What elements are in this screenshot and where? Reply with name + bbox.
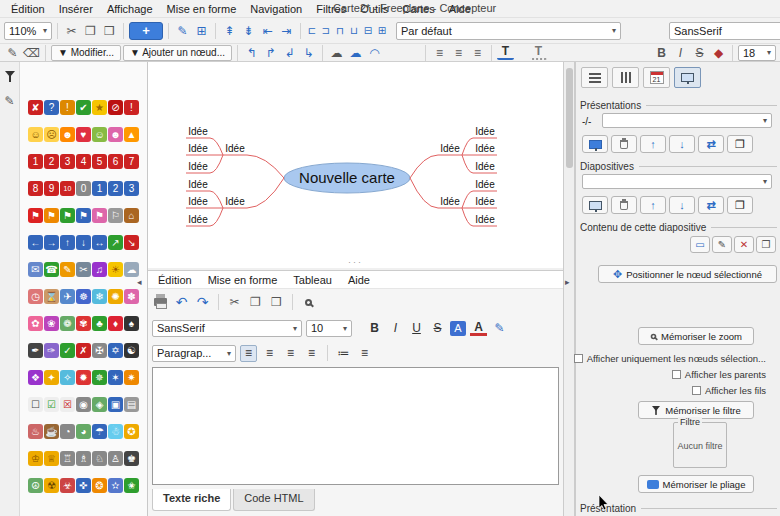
leaf-node-label[interactable]: Idée (475, 196, 495, 207)
palette-icon[interactable]: ♠ (124, 316, 139, 331)
swap-presentation-button[interactable]: ⇄ (698, 135, 724, 153)
move-presentation-down-button[interactable]: ↓ (669, 135, 695, 153)
palette-icon[interactable]: ✷ (124, 370, 139, 385)
memorize-fold-button[interactable]: Mémoriser le pliage (638, 475, 754, 493)
leaf-node-label[interactable]: Idée (188, 143, 208, 154)
palette-icon[interactable]: ✦ (44, 370, 59, 385)
cloud-blue-icon[interactable]: ☁ (347, 44, 364, 62)
position-node-button[interactable]: ✥ Positionner le nœud sélectionné (598, 265, 777, 283)
branch-up-right-icon[interactable]: ↱ (262, 44, 279, 62)
palette-icon[interactable]: ← (28, 235, 43, 250)
palette-icon[interactable]: ✾ (76, 316, 91, 331)
palette-icon[interactable]: ✓ (60, 343, 75, 358)
leaf-node-label[interactable]: Idée (188, 179, 208, 190)
tab-properties[interactable] (581, 67, 608, 88)
palette-icon[interactable]: ✗ (76, 343, 91, 358)
palette-icon[interactable]: ? (44, 100, 59, 115)
palette-icon[interactable]: ◔ (60, 424, 75, 439)
move-presentation-up-button[interactable]: ↑ (640, 135, 666, 153)
note-highlight-icon[interactable]: A (450, 321, 466, 336)
bullet-list-icon[interactable]: ≔ (335, 345, 352, 362)
palette-icon[interactable]: ☸ (76, 289, 91, 304)
palette-icon[interactable]: ⚑ (76, 208, 91, 223)
note-font-family-select[interactable]: SansSerif ▾ (152, 320, 302, 337)
collapse-left-panel-button[interactable]: ◂ (137, 278, 142, 287)
tab-texte-riche[interactable]: Texte riche (152, 489, 231, 511)
undo-icon[interactable]: ↶ (173, 293, 190, 311)
font-color-icon[interactable]: ◆ (710, 44, 727, 62)
format-painter-icon[interactable]: ✎ (4, 44, 21, 62)
palette-icon[interactable]: ⚑ (44, 208, 59, 223)
palette-icon[interactable]: ♗ (76, 451, 91, 466)
palette-icon[interactable]: 2 (108, 181, 123, 196)
palette-icon[interactable]: ✺ (108, 289, 123, 304)
layout-right-icon[interactable]: ⊐ (320, 22, 332, 40)
node-style-select[interactable]: Par défaut ▾ (396, 22, 621, 40)
leaf-node-label[interactable]: Idée (475, 214, 495, 225)
palette-icon[interactable]: ✒ (28, 343, 43, 358)
search-button[interactable] (300, 293, 317, 311)
palette-icon[interactable]: ☀ (108, 262, 123, 277)
palette-icon[interactable]: ▤ (124, 397, 139, 412)
cut-icon[interactable]: ✂ (63, 22, 80, 40)
palette-icon[interactable]: ☁ (124, 262, 139, 277)
align-left-icon[interactable]: ≡ (431, 44, 448, 62)
note-pen-icon[interactable]: ✎ (491, 320, 508, 337)
menu-affichage[interactable]: Affichage (100, 1, 160, 17)
palette-icon[interactable]: ✶ (108, 370, 123, 385)
palette-icon[interactable]: ❄ (92, 289, 107, 304)
branch-up-left-icon[interactable]: ↰ (243, 44, 260, 62)
palette-icon[interactable]: ♖ (60, 451, 75, 466)
palette-icon[interactable]: 9 (44, 181, 59, 196)
new-slide-button[interactable] (582, 196, 608, 214)
branch-down-right-icon[interactable]: ↳ (300, 44, 317, 62)
palette-icon[interactable]: ❂ (92, 478, 107, 493)
show-children-checkbox[interactable]: Afficher les fils (692, 385, 766, 396)
palette-icon[interactable]: ⌛ (44, 289, 59, 304)
palette-icon[interactable]: ! (124, 100, 139, 115)
branch-node-label[interactable]: Idée (440, 143, 460, 154)
palette-icon[interactable]: ✠ (92, 343, 107, 358)
add-sibling-node-icon[interactable]: ⊞ (193, 22, 210, 40)
palette-icon[interactable]: ♕ (44, 451, 59, 466)
layout-expand-icon[interactable]: ⊞ (376, 22, 388, 40)
palette-icon[interactable]: ✧ (60, 370, 75, 385)
add-node-button[interactable]: ▼ Ajouter un nœud... (123, 45, 232, 61)
vertical-scrollbar[interactable] (563, 62, 575, 516)
palette-icon[interactable]: ❀ (44, 316, 59, 331)
palette-icon[interactable]: ✑ (44, 343, 59, 358)
filter-funnel-icon[interactable] (1, 67, 18, 85)
palette-icon[interactable]: ☮ (28, 478, 43, 493)
palette-icon[interactable]: ✂ (76, 262, 91, 277)
palette-icon[interactable]: ♥ (76, 127, 91, 142)
new-child-node-button[interactable]: + (129, 22, 163, 40)
palette-icon[interactable]: ☐ (28, 397, 43, 412)
menu-navigation[interactable]: Navigation (243, 1, 309, 17)
note-cut-icon[interactable]: ✂ (226, 293, 243, 311)
edit-node-icon[interactable]: ✎ (174, 22, 191, 40)
text-plain-style-icon[interactable]: T (530, 45, 547, 60)
delete-slide-button[interactable] (611, 196, 637, 214)
palette-icon[interactable]: ☒ (60, 397, 75, 412)
layout-top-icon[interactable]: ⊓ (334, 22, 346, 40)
note-textarea[interactable] (152, 367, 559, 485)
palette-icon[interactable]: ⊘ (108, 100, 123, 115)
menu-edition[interactable]: Édition (4, 1, 52, 17)
leaf-node-label[interactable]: Idée (475, 143, 495, 154)
palette-icon[interactable]: ☂ (92, 424, 107, 439)
palette-icon[interactable]: ↘ (124, 235, 139, 250)
palette-icon[interactable]: ⌂ (124, 208, 139, 223)
palette-icon[interactable]: ♚ (124, 451, 139, 466)
palette-icon[interactable]: ✫ (108, 478, 123, 493)
print-button[interactable] (152, 293, 169, 311)
palette-icon[interactable]: ↓ (76, 235, 91, 250)
collapse-right-panel-button[interactable]: ▸ (565, 278, 570, 287)
leaf-node-label[interactable]: Idée (188, 161, 208, 172)
palette-icon[interactable]: ◕ (76, 424, 91, 439)
new-presentation-button[interactable] (582, 135, 608, 153)
splitter-handle[interactable]: ··· (148, 259, 563, 268)
palette-icon[interactable]: ☣ (60, 478, 75, 493)
palette-icon[interactable]: ↑ (60, 235, 75, 250)
palette-icon[interactable]: 2 (44, 154, 59, 169)
edit-filter-icon[interactable]: ✎ (1, 92, 18, 110)
